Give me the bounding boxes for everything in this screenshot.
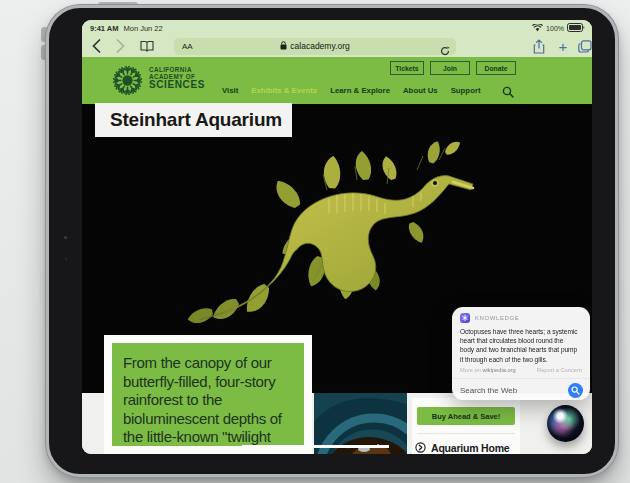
- tabs-button[interactable]: [577, 39, 592, 53]
- browser-toolbar: AA calacademy.org: [82, 35, 592, 57]
- url-text: calacademy.org: [290, 41, 349, 51]
- search-icon[interactable]: [502, 84, 514, 102]
- nav-support[interactable]: Support: [451, 86, 481, 95]
- aquarium-home-label: Aquarium Home: [431, 442, 510, 454]
- nav-exhibits-events[interactable]: Exhibits & Events: [251, 86, 317, 95]
- sensor-dot: [65, 258, 67, 260]
- knowledge-answer-text: Octopuses have three hearts; a systemich…: [452, 323, 590, 364]
- padlock-icon: [280, 41, 287, 52]
- bookmarks-icon[interactable]: [139, 39, 155, 53]
- donate-button[interactable]: Donate: [476, 61, 516, 75]
- search-the-web-row[interactable]: Search the Web: [452, 379, 590, 398]
- knowledge-card-header: KNOWLEDGE: [452, 307, 590, 323]
- back-button[interactable]: [88, 39, 104, 53]
- page-title: Steinhart Aquarium: [95, 103, 292, 137]
- siri-knowledge-card: KNOWLEDGE Octopuses have three hearts; a…: [452, 307, 590, 400]
- aquarium-home-link[interactable]: Aquarium Home: [415, 439, 510, 454]
- front-camera: [64, 236, 67, 239]
- starburst-logo-icon[interactable]: [109, 62, 146, 103]
- header-action-buttons: Tickets Join Donate: [390, 61, 516, 75]
- siri-orb[interactable]: [547, 405, 584, 442]
- intro-text-block: From the canopy of ourbutterfly-filled, …: [112, 343, 304, 446]
- knowledge-app-icon: [460, 313, 470, 323]
- wifi-icon: [532, 24, 543, 33]
- source-domain: wikipedia.org: [482, 367, 515, 373]
- site-nav: Visit Exhibits & Events Learn & Explore …: [222, 86, 481, 95]
- battery-percent: 100%: [546, 25, 564, 32]
- tickets-button[interactable]: Tickets: [390, 61, 424, 75]
- nav-learn-explore[interactable]: Learn & Explore: [330, 86, 390, 95]
- ipad-device: 9:41 AM Mon Jun 22 100%: [46, 5, 618, 477]
- browser-chrome: 9:41 AM Mon Jun 22 100%: [82, 20, 592, 57]
- nav-about-us[interactable]: About Us: [403, 86, 438, 95]
- new-tab-button[interactable]: +: [555, 39, 571, 53]
- search-the-web-label: Search the Web: [460, 386, 517, 395]
- screen: 9:41 AM Mon Jun 22 100%: [82, 20, 592, 454]
- nav-visit[interactable]: Visit: [222, 86, 238, 95]
- site-logo-text[interactable]: CALIFORNIA ACADEMY OF SCIENCES: [149, 66, 205, 90]
- site-header: CALIFORNIA ACADEMY OF SCIENCES Tickets J…: [82, 57, 592, 104]
- tickets-card: Buy Ahead & Save! Aquarium Home: [412, 398, 520, 454]
- share-icon[interactable]: [531, 39, 547, 53]
- screenshot-stage: 9:41 AM Mon Jun 22 100%: [0, 0, 630, 483]
- circle-arrow-icon: [415, 439, 426, 454]
- web-search-go-button[interactable]: [568, 383, 583, 398]
- report-concern-link[interactable]: Report a Concern: [537, 367, 582, 373]
- source-link[interactable]: More on wikipedia.org: [460, 367, 516, 373]
- buy-ahead-button[interactable]: Buy Ahead & Save!: [417, 407, 515, 425]
- knowledge-meta-row: More on wikipedia.org Report a Concern: [452, 367, 590, 373]
- join-button[interactable]: Join: [430, 61, 470, 75]
- status-date: Mon Jun 22: [123, 24, 162, 33]
- intro-card: From the canopy of ourbutterfly-filled, …: [104, 335, 312, 454]
- battery-icon: [567, 23, 585, 33]
- video-progress-bar[interactable]: [242, 445, 389, 448]
- status-bar: 9:41 AM Mon Jun 22 100%: [82, 20, 592, 35]
- knowledge-label: KNOWLEDGE: [475, 315, 519, 321]
- status-time: 9:41 AM: [90, 24, 118, 33]
- forward-button[interactable]: [112, 39, 128, 53]
- address-bar[interactable]: AA calacademy.org: [174, 38, 456, 55]
- divider: [417, 433, 515, 434]
